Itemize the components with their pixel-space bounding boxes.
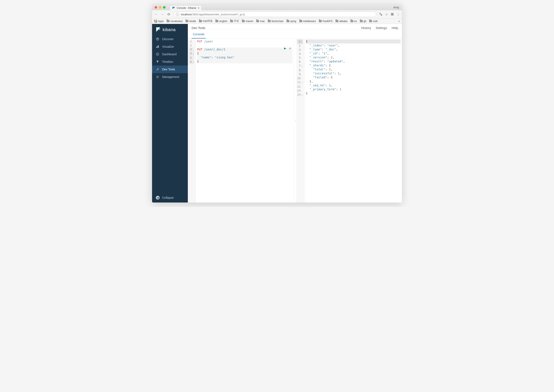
page-title: Dev Tools — [192, 26, 206, 30]
sidebar-item-label: Discover — [162, 37, 173, 41]
sidebar-item-discover[interactable]: Discover — [152, 35, 188, 43]
minimize-window-button[interactable] — [159, 6, 161, 9]
response-line: "_version": 2, — [306, 56, 401, 59]
bookmark-item[interactable]: git — [360, 20, 366, 23]
sidebar-item-visualize[interactable]: Visualize — [152, 43, 188, 50]
bookmark-item[interactable]: blockchain — [268, 20, 283, 23]
svg-rect-4 — [156, 47, 157, 48]
bookmark-label: sping — [290, 20, 296, 23]
response-line: "_id": "1", — [306, 51, 401, 56]
collapse-button[interactable]: ◀ Collapse — [152, 193, 188, 203]
close-window-button[interactable] — [155, 6, 157, 9]
maximize-window-button[interactable] — [163, 6, 165, 9]
menu-icon[interactable]: ⋮ — [396, 12, 400, 16]
code-line[interactable]: } — [197, 59, 292, 63]
sidebar-item-timelion[interactable]: Timelion — [152, 58, 188, 66]
sidebar-item-management[interactable]: Management — [152, 73, 188, 81]
request-editor[interactable]: 1234▾56▴ PUT /user PUT /user/_doc/1{ "na… — [188, 39, 294, 203]
sidebar-item-dev-tools[interactable]: Dev Tools — [152, 66, 188, 73]
play-icon[interactable] — [283, 47, 287, 50]
bookmarks-bar: Apps vocabularykindlemac环境english宇石maven… — [152, 19, 402, 24]
bookmark-item[interactable]: middleware — [299, 20, 316, 23]
folder-icon — [369, 20, 372, 22]
folder-icon — [166, 20, 170, 22]
address-text: localhost:5601/app/kibana#/dev_tools/con… — [181, 13, 245, 16]
bookmark-item[interactable]: es — [350, 20, 357, 23]
svg-point-9 — [158, 61, 158, 61]
bookmark-item[interactable]: kindle — [186, 20, 196, 23]
kibana-logo-text: kibana — [163, 27, 176, 32]
close-tab-icon[interactable]: × — [198, 6, 199, 10]
code-line[interactable] — [197, 43, 292, 48]
bookmark-label: middleware — [303, 20, 316, 23]
response-line: "_shards": { — [306, 63, 401, 67]
settings-link[interactable]: Settings — [376, 26, 387, 30]
response-line: "total": 2, — [306, 67, 401, 71]
apps-icon — [154, 20, 157, 23]
folder-icon — [350, 20, 353, 22]
code-line[interactable]: PUT /user — [197, 40, 292, 43]
svg-rect-1 — [391, 13, 394, 15]
apps-shortcut[interactable]: Apps — [154, 20, 164, 23]
bookmarks-overflow-icon[interactable]: » — [398, 20, 400, 23]
folder-icon — [199, 20, 202, 22]
wrench-icon[interactable] — [288, 47, 292, 50]
bookmark-item[interactable]: maven — [242, 20, 253, 23]
bookmark-item[interactable]: mac — [256, 20, 265, 23]
reload-button[interactable]: ⟳ — [167, 12, 171, 16]
bookmark-item[interactable]: vultr — [369, 20, 378, 23]
browser-toolbar: ← → ⟳ i localhost:5601/app/kibana#/dev_t… — [152, 10, 402, 19]
tab-title: Console - Kibana — [177, 7, 196, 9]
bookmark-item[interactable]: vocabulary — [166, 20, 183, 23]
bookmark-item[interactable]: sping — [287, 20, 296, 23]
folder-icon — [268, 20, 271, 22]
code-line[interactable]: PUT /user/_doc/1 — [197, 48, 292, 51]
kibana-app: kibana DiscoverVisualizeDashboardTimelio… — [152, 24, 402, 203]
code-line[interactable]: "name": "xiong ben" — [197, 56, 292, 59]
sidebar-item-label: Dashboard — [162, 53, 177, 56]
folder-icon — [287, 20, 289, 22]
sidebar-item-label: Timelion — [162, 60, 173, 63]
bookmark-item[interactable]: 宇石 — [230, 19, 239, 23]
back-button[interactable]: ← — [154, 12, 158, 16]
bookmark-label: FastDFS — [323, 20, 332, 23]
response-line: "failed": 0 — [306, 75, 401, 79]
pane-divider[interactable]: ⋮ — [294, 39, 296, 203]
bookmark-label: git — [364, 20, 366, 23]
bookmark-item[interactable]: english — [215, 20, 227, 23]
traffic-lights — [152, 6, 165, 9]
folder-icon — [242, 20, 245, 22]
extension-icon[interactable] — [391, 13, 394, 16]
bookmark-label: alibaba — [339, 20, 347, 23]
bookmark-label: vocabulary — [170, 20, 183, 23]
tab-console[interactable]: Console — [192, 30, 206, 38]
dashboard-icon — [156, 53, 159, 56]
sidebar: kibana DiscoverVisualizeDashboardTimelio… — [152, 24, 188, 203]
forward-button[interactable]: → — [160, 12, 164, 16]
bookmark-item[interactable]: alibaba — [336, 20, 347, 23]
main-panel: Dev Tools History Settings Help Console … — [188, 24, 402, 203]
bookmark-label: mac环境 — [203, 19, 213, 23]
sidebar-item-dashboard[interactable]: Dashboard — [152, 50, 188, 58]
bookmark-label: maven — [246, 20, 253, 23]
star-icon[interactable]: ☆ — [385, 12, 388, 16]
svg-rect-6 — [158, 45, 159, 48]
help-link[interactable]: Help — [392, 26, 398, 30]
editor-code[interactable]: PUT /user PUT /user/_doc/1{ "name": "xio… — [196, 39, 294, 203]
code-line[interactable]: { — [197, 51, 292, 56]
sidebar-item-label: Visualize — [162, 45, 174, 48]
history-link[interactable]: History — [361, 26, 371, 30]
browser-tab[interactable]: Console - Kibana × — [170, 5, 202, 10]
response-viewer[interactable]: 1▾234567▾891011▴121314▴ { "_index": "use… — [296, 39, 402, 203]
profile-name[interactable]: dong — [393, 6, 399, 9]
bookmark-label: 宇石 — [234, 19, 239, 23]
bookmark-item[interactable]: FastDFS — [319, 20, 332, 23]
response-line: "_type": "_doc", — [306, 48, 401, 51]
bookmark-item[interactable]: mac环境 — [199, 19, 213, 23]
kibana-logo[interactable]: kibana — [152, 24, 188, 35]
address-bar[interactable]: i localhost:5601/app/kibana#/dev_tools/c… — [173, 12, 376, 17]
site-info-icon[interactable]: i — [176, 13, 179, 16]
bookmark-label: mac — [260, 20, 265, 23]
translate-icon[interactable] — [379, 12, 383, 16]
folder-icon — [230, 20, 233, 22]
